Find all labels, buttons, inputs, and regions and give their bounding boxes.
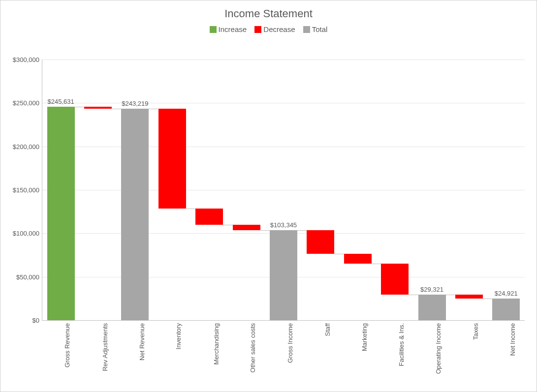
bar-value-label: $24,921: [495, 290, 518, 297]
bar-total: [418, 295, 446, 320]
bar-decrease: [233, 225, 260, 230]
chart-legend: Increase Decrease Total: [0, 25, 537, 34]
bar-decrease: [307, 230, 334, 253]
legend-label-total: Total: [312, 25, 328, 33]
y-tick-label: $250,000: [13, 99, 39, 107]
bar-slot: $245,631Gross Revenue: [42, 60, 79, 320]
bar-decrease: [381, 264, 409, 295]
legend-label-increase: Increase: [219, 25, 247, 33]
x-tick-label: Gross Revenue: [64, 323, 71, 367]
bar-decrease: [158, 109, 186, 209]
plot-area: $0$50,000$100,000$150,000$200,000$250,00…: [42, 60, 525, 321]
bar-increase: [47, 107, 75, 320]
x-tick-label: Marketing: [361, 323, 368, 351]
bar-decrease: [195, 209, 223, 225]
bar-slot: Facilities & Ins.: [376, 60, 413, 320]
bar-slot: Taxes: [450, 60, 487, 320]
y-tick-label: $100,000: [13, 230, 39, 237]
x-tick-label: Other sales costs: [250, 323, 257, 372]
bar-value-label: $103,345: [270, 221, 297, 229]
legend-total: Total: [303, 25, 328, 33]
bar-slot: Marketing: [339, 60, 376, 320]
bar-slot: $29,321Operating Income: [413, 60, 450, 320]
chart-container: Income Statement Increase Decrease Total…: [0, 0, 537, 392]
bar-value-label: $245,631: [48, 98, 74, 105]
bar-value-label: $243,219: [122, 100, 148, 107]
legend-increase: Increase: [210, 25, 247, 33]
bar-total: [121, 109, 149, 320]
y-tick-label: $50,000: [16, 273, 39, 280]
x-tick-label: Facilities & Ins.: [398, 323, 405, 366]
bar-slot: Staff: [302, 60, 339, 320]
bar-decrease: [455, 295, 483, 299]
bar-total: [492, 299, 520, 320]
y-tick-label: $200,000: [13, 143, 39, 150]
x-tick-label: Net Income: [509, 323, 516, 356]
y-tick-label: $150,000: [13, 186, 39, 194]
x-tick-label: Net Revenue: [138, 323, 145, 361]
bar-total: [270, 230, 297, 320]
bar-slot: $243,219Net Revenue: [117, 60, 154, 320]
bar-slot: Other sales costs: [228, 60, 265, 320]
x-tick-label: Gross Income: [286, 323, 294, 363]
x-tick-label: Taxes: [472, 323, 479, 340]
y-tick-label: $0: [32, 317, 39, 324]
x-tick-label: Operating Income: [435, 323, 442, 374]
chart-title: Income Statement: [0, 0, 537, 20]
bar-slot: $103,345Gross Income: [265, 60, 302, 320]
bar-decrease: [344, 254, 372, 264]
bar-slot: Merchandising: [191, 60, 228, 320]
x-tick-label: Inventory: [175, 323, 183, 349]
y-tick-label: $300,000: [13, 56, 39, 63]
bar-value-label: $29,321: [420, 286, 443, 293]
x-tick-label: Rev Adjustments: [101, 323, 108, 371]
bar-slot: Rev Adjustments: [79, 60, 116, 320]
legend-swatch-decrease: [254, 26, 261, 33]
bar-slot: Inventory: [154, 60, 190, 320]
legend-decrease: Decrease: [254, 25, 295, 33]
x-tick-label: Staff: [323, 323, 331, 336]
bar-decrease: [84, 107, 112, 109]
legend-swatch-increase: [210, 26, 217, 33]
bar-slot: $24,921Net Income: [488, 60, 525, 320]
legend-swatch-total: [303, 26, 310, 33]
legend-label-decrease: Decrease: [263, 25, 295, 33]
x-tick-label: Merchandising: [212, 323, 220, 365]
